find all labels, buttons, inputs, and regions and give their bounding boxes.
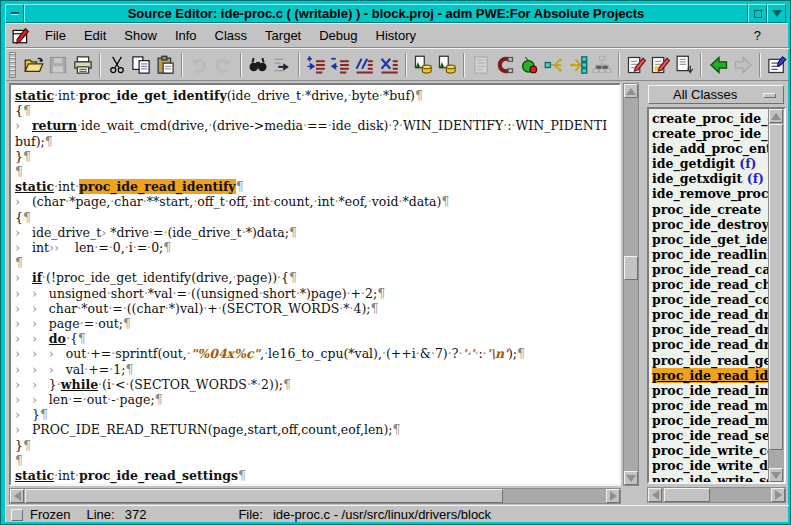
uncomment-button[interactable] — [376, 52, 400, 78]
class-list-item[interactable]: proc_ide_write_driver — [652, 458, 768, 473]
checkin-button[interactable] — [435, 52, 459, 78]
class-list-item[interactable]: proc_ide_write_settings — [652, 473, 768, 482]
editor-vscroll-thumb[interactable] — [624, 256, 638, 280]
class-list[interactable]: create_proc_ide_drivescreate_proc_ide_in… — [649, 109, 768, 482]
list-hscroll-thumb[interactable] — [664, 488, 710, 502]
indent-button[interactable] — [304, 52, 328, 78]
class-list-item[interactable]: proc_ide_read_media — [652, 413, 768, 428]
class-list-item[interactable]: ide_remove_proc_entries — [652, 186, 768, 201]
help-menu[interactable]: ? — [754, 28, 789, 43]
class-list-item[interactable]: ide_getxdigit (f) — [652, 171, 768, 186]
scroll-left-arrow[interactable] — [10, 489, 24, 503]
menu-info[interactable]: Info — [166, 25, 206, 47]
code-editor[interactable]: static·int·proc_ide_get_identify(ide_dri… — [9, 83, 621, 486]
code-line: }¶ — [15, 149, 619, 164]
menu-class[interactable]: Class — [206, 25, 257, 47]
forward-button[interactable] — [731, 52, 755, 78]
class-list-item[interactable]: ide_add_proc_entries — [652, 141, 768, 156]
properties-button[interactable] — [765, 52, 789, 78]
editor-horizontal-scrollbar[interactable] — [9, 488, 621, 504]
toolbar-separator — [240, 53, 242, 77]
undo-button[interactable] — [187, 52, 211, 78]
class-list-item[interactable]: proc_ide_destroy — [652, 217, 768, 232]
class-list-item[interactable]: create_proc_ide_interfaces — [652, 126, 768, 141]
print-button[interactable] — [71, 52, 95, 78]
tree-button[interactable] — [590, 52, 614, 78]
class-list-item[interactable]: proc_ide_read_identify — [652, 368, 768, 383]
marker-button[interactable] — [517, 52, 541, 78]
frozen-checkbox[interactable] — [11, 509, 23, 521]
binoculars-icon — [248, 55, 268, 75]
menu-target[interactable]: Target — [256, 25, 310, 47]
attach-button[interactable] — [493, 52, 517, 78]
class-list-item[interactable]: ide_getdigit (f) — [652, 156, 768, 171]
scroll-down-arrow[interactable] — [769, 468, 783, 482]
class-list-item[interactable]: proc_ide_create — [652, 202, 768, 217]
toolbar-separator — [463, 53, 465, 77]
class-list-item[interactable]: proc_ide_read_dmodel — [652, 307, 768, 322]
menu-edit[interactable]: Edit — [75, 25, 115, 47]
file-label: File: — [238, 507, 263, 522]
list-vertical-scrollbar[interactable] — [768, 109, 784, 482]
scroll-down-arrow[interactable] — [624, 471, 638, 485]
scroll-right-arrow[interactable] — [771, 488, 785, 502]
shade-button[interactable] — [767, 4, 786, 23]
redo-button[interactable] — [211, 52, 235, 78]
class-list-item[interactable]: proc_ide_read_driver — [652, 322, 768, 337]
class-list-item[interactable]: proc_ide_read_mate — [652, 398, 768, 413]
class-list-item[interactable]: create_proc_ide_drives — [652, 111, 768, 126]
report-button[interactable] — [469, 52, 493, 78]
class-list-item[interactable]: proc_ide_readlink — [652, 247, 768, 262]
class-list-item[interactable]: proc_ide_read_config — [652, 292, 768, 307]
code-line: › › unsigned·short·*val·=·((unsigned·sho… — [15, 286, 619, 301]
editor-hscroll-thumb[interactable] — [25, 489, 503, 503]
editor-logo-icon — [6, 27, 36, 45]
open-button[interactable] — [22, 52, 46, 78]
scissors-icon — [107, 55, 127, 75]
editor-vertical-scrollbar[interactable] — [623, 83, 639, 486]
checkout-button[interactable] — [411, 52, 435, 78]
statusbar: Frozen Line: 372 File: ide-proc.c - /usr… — [6, 505, 789, 523]
list-horizontal-scrollbar[interactable] — [647, 487, 786, 503]
comment-button[interactable] — [352, 52, 376, 78]
toolbar-grip[interactable] — [9, 52, 16, 78]
scroll-left-arrow[interactable] — [648, 488, 662, 502]
menu-history[interactable]: History — [367, 25, 425, 47]
window-menu-button[interactable] — [5, 4, 24, 23]
code-line: › if·(!proc_ide_get_identify(drive,·page… — [15, 270, 619, 285]
menu-file[interactable]: File — [36, 25, 75, 47]
outdent-button[interactable] — [328, 52, 352, 78]
load-doc-button[interactable] — [672, 52, 696, 78]
class-list-item[interactable]: proc_ide_get_identify — [652, 232, 768, 247]
goto-line-button[interactable] — [270, 52, 294, 78]
class-list-item[interactable]: proc_ide_read_imodel — [652, 383, 768, 398]
cut-button[interactable] — [105, 52, 129, 78]
class-list-item[interactable]: proc_ide_read_channel — [652, 277, 768, 292]
menu-debug[interactable]: Debug — [310, 25, 366, 47]
class-list-item[interactable]: proc_ide_read_geometry — [652, 353, 768, 368]
class-list-item[interactable]: proc_ide_write_config — [652, 443, 768, 458]
class-filter-dropdown[interactable]: All Classes — [648, 85, 784, 104]
toolbar-separator — [618, 53, 620, 77]
report-doc-icon — [471, 55, 491, 75]
crossref-button[interactable] — [566, 52, 590, 78]
class-list-item[interactable]: proc_ide_read_settings — [652, 428, 768, 443]
list-vscroll-thumb[interactable] — [769, 124, 783, 450]
scroll-up-arrow[interactable] — [769, 109, 783, 123]
floppy-disk-icon — [48, 55, 68, 75]
find-button[interactable] — [246, 52, 270, 78]
hierarchy-button[interactable] — [541, 52, 565, 78]
maximize-button[interactable] — [748, 4, 767, 23]
back-button[interactable] — [706, 52, 730, 78]
scroll-up-arrow[interactable] — [624, 84, 638, 98]
menu-show[interactable]: Show — [115, 25, 166, 47]
copy-button[interactable] — [129, 52, 153, 78]
scroll-right-arrow[interactable] — [606, 489, 620, 503]
paste-button[interactable] — [153, 52, 177, 78]
class-list-item[interactable]: proc_ide_read_drivers — [652, 337, 768, 352]
class-list-item[interactable]: proc_ide_read_capacity — [652, 262, 768, 277]
save-button[interactable] — [46, 52, 70, 78]
annotate-button[interactable] — [624, 52, 648, 78]
annotate-color-button[interactable] — [648, 52, 672, 78]
menubar: FileEditShowInfoClassTargetDebugHistory … — [6, 24, 789, 48]
